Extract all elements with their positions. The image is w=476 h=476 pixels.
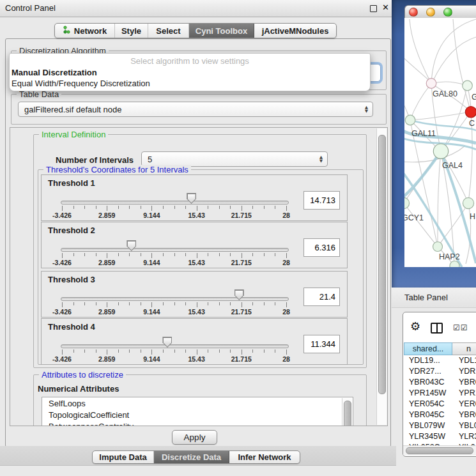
- table-row[interactable]: YBR043CYBR0: [403, 377, 476, 388]
- bottom-tab-impute-data[interactable]: Impute Data: [93, 451, 154, 463]
- slider-tick: [118, 206, 119, 209]
- scrollbar-thumb[interactable]: [406, 447, 473, 454]
- slider-tick-label: -3.426: [52, 355, 72, 363]
- bottom-tab-bar: Impute DataDiscretize DataInfer Network: [92, 450, 300, 464]
- slider-tick: [141, 302, 141, 305]
- threshold-value-field[interactable]: [303, 288, 340, 306]
- float-window-icon[interactable]: [370, 5, 377, 12]
- slider-track[interactable]: [61, 297, 289, 301]
- slider-tick-label: 15.43: [188, 355, 204, 363]
- slider-tick: [107, 206, 107, 211]
- cell-shared-name: YPR145W: [409, 388, 446, 397]
- table-horizontal-scrollbar[interactable]: [403, 445, 476, 456]
- network-node[interactable]: [426, 79, 436, 89]
- slider-tick-label: 21.715: [231, 211, 252, 219]
- table-panel-title: Table Panel: [404, 293, 448, 302]
- cell-name: YPR1: [459, 388, 476, 397]
- tab-network[interactable]: Network: [55, 24, 115, 38]
- cell-shared-name: YER054C: [409, 399, 445, 408]
- slider-tick: [96, 349, 96, 353]
- numerical-attributes-label: Numerical Attributes: [38, 384, 119, 394]
- gear-icon[interactable]: ⚙: [410, 321, 420, 332]
- slider-track[interactable]: [61, 344, 289, 348]
- minimize-traffic-light-icon[interactable]: [426, 8, 435, 17]
- close-icon[interactable]: ✕: [382, 3, 389, 12]
- slider-tick-label: -3.426: [52, 308, 72, 316]
- threshold-value-field[interactable]: [303, 191, 340, 210]
- dropdown-option-manual-discretization[interactable]: Manual Discretization: [10, 67, 370, 78]
- threshold-value-field[interactable]: [303, 335, 340, 353]
- cell-name: YBR0: [459, 378, 476, 387]
- slider-tick: [118, 302, 119, 305]
- column-header-shared-name[interactable]: shared...: [404, 342, 452, 355]
- spinner-icon[interactable]: ▲▼: [319, 155, 323, 163]
- panel-scrollbar[interactable]: [376, 128, 387, 425]
- network-node[interactable]: [404, 197, 410, 208]
- slider-tick-label: 2.859: [98, 259, 115, 266]
- slider-tick: [197, 253, 197, 258]
- table-row[interactable]: YPR145WYPR1: [403, 388, 476, 399]
- spinner-icon[interactable]: ▲▼: [365, 105, 368, 113]
- network-node[interactable]: [405, 115, 415, 125]
- slider-tick-label: 9.144: [143, 308, 160, 316]
- panel-title: Control Panel: [5, 3, 56, 13]
- slider-tick-label: 21.715: [231, 355, 252, 363]
- slider-tick: [129, 302, 130, 305]
- slider-tick: [141, 349, 141, 353]
- threshold-value-field[interactable]: [303, 238, 340, 257]
- slider-tick: [208, 302, 208, 305]
- slider-tick: [163, 349, 164, 353]
- threshold-1-panel: Threshold 1-3.4262.8599.14415.4321.71528: [41, 174, 348, 221]
- slider-tick: [163, 302, 164, 305]
- network-node[interactable]: [463, 81, 473, 91]
- network-window-titlebar[interactable]: [404, 5, 476, 19]
- network-node[interactable]: [433, 242, 443, 252]
- table-row[interactable]: YDL19...YDL1: [403, 355, 476, 366]
- slider-tick: [96, 206, 96, 209]
- scrollbar-thumb[interactable]: [378, 135, 386, 394]
- tab-jactivemnodules[interactable]: jActiveMNodules: [254, 24, 336, 38]
- split-panel-icon[interactable]: [431, 323, 443, 334]
- group-title: Interval Definition: [39, 130, 108, 139]
- table-row[interactable]: YLR345WYLR3: [403, 431, 476, 442]
- control-panel-titlebar: Control Panel ✕: [0, 0, 396, 17]
- slider-tick: [84, 206, 85, 209]
- slider-track[interactable]: [61, 248, 289, 252]
- slider-track[interactable]: [61, 201, 289, 204]
- column-checkboxes-icon[interactable]: ☑☑: [453, 323, 468, 332]
- slider-tick: [174, 302, 175, 305]
- apply-button[interactable]: Apply: [172, 430, 217, 445]
- slider-tick: [264, 253, 265, 256]
- slider-tick: [73, 206, 74, 209]
- bottom-tab-discretize-data[interactable]: Discretize Data: [154, 451, 229, 463]
- dropdown-option-equal-width-frequency[interactable]: Equal Width/Frequency Discretization: [10, 78, 370, 89]
- list-item[interactable]: SelfLoops: [42, 397, 353, 409]
- network-node[interactable]: [463, 197, 473, 208]
- column-header-name[interactable]: n: [452, 342, 476, 355]
- network-canvas[interactable]: GAL80GCGAL11GAL4GCY1HHAP2: [404, 18, 476, 267]
- scrollbar-thumb[interactable]: [344, 401, 351, 426]
- network-node[interactable]: [450, 261, 459, 268]
- list-scrollbar[interactable]: [342, 398, 352, 426]
- zoom-traffic-light-icon[interactable]: [443, 8, 452, 17]
- table-row[interactable]: YBL079WYBL0: [403, 420, 476, 431]
- table-row[interactable]: YDR27...YDR2: [403, 366, 476, 377]
- attributes-group: Attributes to discretize Numerical Attri…: [33, 374, 367, 426]
- tab-cyni-toolbox[interactable]: Cyni Toolbox: [189, 24, 254, 38]
- network-node[interactable]: [433, 144, 448, 158]
- table-row[interactable]: YER054CYER0: [403, 399, 476, 410]
- network-node[interactable]: [465, 107, 476, 118]
- table-row[interactable]: YBR045CYBR0: [403, 410, 476, 420]
- numerical-attributes-list: SelfLoopsTopologicalCoefficientBetweenne…: [42, 397, 353, 426]
- slider-tick: [242, 253, 242, 258]
- tab-select[interactable]: Select: [148, 24, 189, 38]
- close-traffic-light-icon[interactable]: [409, 8, 418, 17]
- list-item[interactable]: BetweennessCentrality: [42, 420, 353, 426]
- list-item[interactable]: TopologicalCoefficient: [42, 409, 353, 420]
- bottom-tab-infer-network[interactable]: Infer Network: [229, 451, 300, 463]
- tab-style[interactable]: Style: [115, 24, 148, 38]
- tab-label: Network: [74, 26, 107, 36]
- slider-tick: [219, 206, 220, 209]
- slider-tick-label: 15.43: [188, 211, 204, 219]
- table-data-combobox[interactable]: galFiltered.sif default node ▲▼: [18, 102, 373, 117]
